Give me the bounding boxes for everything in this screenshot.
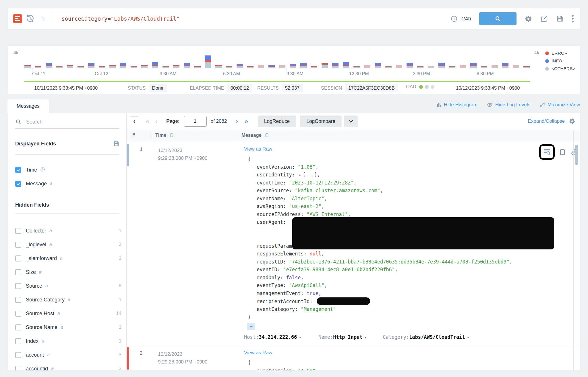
histogram-bar[interactable] (215, 65, 222, 68)
histogram-bar[interactable] (268, 65, 275, 68)
histogram-bar[interactable] (152, 62, 158, 68)
chevron-down-icon[interactable]: ▾ (299, 335, 301, 340)
field-checkbox[interactable] (15, 283, 21, 289)
histogram-bar[interactable] (205, 55, 211, 68)
chevron-down-icon[interactable]: ▾ (467, 335, 469, 340)
histogram-bar[interactable] (184, 63, 190, 68)
histogram-bar[interactable] (375, 63, 381, 68)
histogram-bar[interactable] (407, 63, 413, 68)
histogram-bar[interactable] (194, 66, 201, 68)
field-checkbox[interactable] (15, 338, 21, 344)
message-number: 2 (140, 350, 142, 356)
histogram-bar[interactable] (237, 64, 243, 68)
histogram-bar[interactable] (492, 66, 498, 68)
histogram-bar[interactable] (141, 65, 148, 68)
histogram-bar[interactable] (46, 63, 52, 68)
table-settings-gear-icon[interactable] (569, 118, 576, 125)
save-fields-icon[interactable] (113, 141, 119, 147)
time-range-selector[interactable]: -24h (450, 15, 471, 22)
search-button[interactable] (479, 12, 517, 25)
scrollbar-thumb[interactable] (575, 145, 578, 165)
histogram-bar[interactable] (428, 66, 434, 68)
view-as-raw-link[interactable]: View as Raw (244, 350, 272, 356)
histogram-bar[interactable] (470, 63, 477, 68)
back-button[interactable]: ‹ (130, 116, 139, 126)
logcompare-button[interactable]: LogCompare (300, 116, 342, 127)
expand-collapse-link[interactable]: Expand/Collapse (528, 118, 565, 124)
histogram-bar[interactable] (513, 66, 519, 68)
chevron-down-icon[interactable]: ▾ (365, 335, 367, 340)
query-history-icon[interactable] (26, 14, 35, 23)
maximize-view-link[interactable]: Maximize View (539, 102, 580, 108)
histogram-bar[interactable] (523, 66, 530, 68)
histogram-bar[interactable] (311, 66, 317, 68)
field-checkbox[interactable] (15, 311, 21, 317)
tab-messages[interactable]: Messages (7, 99, 49, 113)
query-input[interactable]: _sourceCategory="Labs/AWS/CloudTrail" (58, 16, 180, 22)
histogram-bar[interactable] (24, 65, 31, 68)
histogram-bar[interactable] (35, 66, 41, 68)
histogram-bar[interactable] (502, 63, 508, 68)
histogram-bar[interactable] (332, 63, 339, 68)
histogram-bar[interactable] (322, 63, 328, 68)
field-checkbox[interactable] (15, 352, 21, 358)
settings-gear-icon[interactable] (525, 15, 532, 23)
field-checkbox[interactable] (15, 255, 21, 261)
field-checkbox[interactable] (15, 324, 21, 330)
message-category[interactable]: Category:Labs/AWS/CloudTrail▾ (383, 334, 469, 340)
histogram-bar[interactable] (67, 65, 73, 68)
field-checkbox[interactable] (15, 269, 21, 275)
view-as-raw-link[interactable]: View as Raw (244, 146, 272, 152)
column-separator[interactable] (150, 132, 150, 140)
histogram-bar[interactable] (396, 66, 402, 68)
histogram-bar[interactable] (247, 66, 254, 68)
column-separator[interactable] (237, 132, 237, 140)
histogram-bar[interactable] (300, 63, 307, 68)
field-label: Source (26, 283, 42, 289)
last-page-button[interactable]: » (244, 118, 248, 125)
hide-log-levels-link[interactable]: Hide Log Levels (487, 102, 530, 108)
histogram-bar[interactable] (173, 65, 179, 68)
save-icon[interactable] (556, 15, 564, 22)
histogram-bar[interactable] (99, 66, 105, 68)
histogram-bar[interactable] (88, 63, 94, 68)
fields-search-input[interactable] (26, 119, 107, 125)
expander-icon[interactable]: ▶ (299, 171, 301, 179)
histogram-bar[interactable] (343, 62, 349, 68)
more-options-kebab-icon[interactable] (572, 14, 574, 23)
field-checkbox[interactable] (15, 167, 21, 173)
field-checkbox[interactable] (15, 181, 21, 187)
histogram-bar[interactable] (279, 66, 285, 68)
logreduce-button[interactable]: LogReduce (258, 116, 296, 127)
field-checkbox[interactable] (15, 242, 21, 248)
collapse-message-button[interactable]: − (247, 323, 255, 330)
message-host[interactable]: Host:34.214.222.66▾ (244, 334, 301, 340)
column-header-time[interactable]: Time (155, 132, 174, 138)
prev-page-button[interactable]: ‹ (155, 118, 158, 125)
log-message-row[interactable]: 210/12/20239:29:28.000 PM +0900View as R… (127, 346, 580, 370)
copy-message-icon[interactable] (558, 148, 566, 156)
histogram-bar[interactable] (438, 63, 445, 68)
first-page-button[interactable]: « (145, 118, 150, 125)
column-header-message[interactable]: Message (241, 132, 269, 138)
view-details-icon[interactable] (543, 148, 551, 156)
histogram-bar[interactable] (258, 66, 264, 68)
next-page-button[interactable]: › (235, 118, 238, 125)
field-checkbox[interactable] (15, 366, 21, 371)
log-message-row[interactable]: 110/12/20239:29:28.000 PM +0900View as R… (127, 142, 580, 346)
column-header-number[interactable]: # (132, 132, 135, 138)
histogram-bar[interactable] (109, 65, 116, 68)
fields-search[interactable] (15, 119, 119, 129)
hide-histogram-link[interactable]: Hide Histogram (436, 102, 477, 108)
field-checkbox[interactable] (15, 297, 21, 303)
histogram-bar[interactable] (364, 66, 370, 68)
query-bar: 1 _sourceCategory="Labs/AWS/CloudTrail" … (7, 8, 581, 29)
share-icon[interactable] (540, 15, 548, 23)
histogram-bar[interactable] (290, 64, 296, 68)
histogram-bar[interactable] (120, 63, 126, 68)
histogram-bar[interactable] (460, 66, 466, 68)
logcompare-dropdown-button[interactable] (344, 116, 358, 127)
page-number-input[interactable] (184, 116, 207, 127)
field-checkbox[interactable] (15, 228, 21, 234)
message-name[interactable]: Name:Http Input▾ (318, 334, 367, 340)
